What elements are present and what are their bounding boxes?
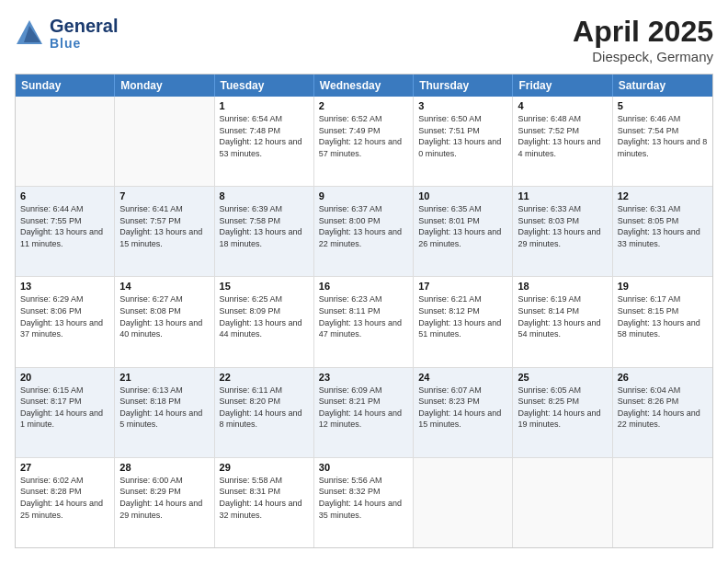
cell-detail: Sunrise: 6:09 AM Sunset: 8:21 PM Dayligh… <box>319 385 408 431</box>
day-number: 13 <box>20 281 109 292</box>
cal-cell: 29Sunrise: 5:58 AM Sunset: 8:31 PM Dayli… <box>215 458 314 547</box>
cell-detail: Sunrise: 6:33 AM Sunset: 8:03 PM Dayligh… <box>518 203 607 249</box>
cell-detail: Sunrise: 6:00 AM Sunset: 8:29 PM Dayligh… <box>119 475 209 521</box>
day-number: 9 <box>319 190 408 201</box>
logo-blue-text: Blue <box>50 36 118 51</box>
day-number: 22 <box>220 372 309 383</box>
day-number: 5 <box>618 100 708 111</box>
title-block: April 2025 Diespeck, Germany <box>573 15 713 64</box>
cell-detail: Sunrise: 6:46 AM Sunset: 7:54 PM Dayligh… <box>618 113 708 159</box>
cell-detail: Sunrise: 6:27 AM Sunset: 8:08 PM Dayligh… <box>119 293 209 339</box>
day-number: 30 <box>319 462 408 473</box>
location: Diespeck, Germany <box>573 49 713 64</box>
day-number: 19 <box>618 281 708 292</box>
day-number: 14 <box>119 281 209 292</box>
cal-cell: 14Sunrise: 6:27 AM Sunset: 8:08 PM Dayli… <box>115 277 214 366</box>
cell-detail: Sunrise: 6:13 AM Sunset: 8:18 PM Dayligh… <box>119 385 209 431</box>
month-title: April 2025 <box>573 15 713 49</box>
header: GeneralGeneral Blue April 2025 Diespeck,… <box>15 15 713 64</box>
day-number: 16 <box>319 281 408 292</box>
day-number: 21 <box>119 372 209 383</box>
header-saturday: Saturday <box>613 75 712 97</box>
cal-cell: 11Sunrise: 6:33 AM Sunset: 8:03 PM Dayli… <box>513 187 612 276</box>
day-number: 4 <box>518 100 607 111</box>
cell-detail: Sunrise: 6:31 AM Sunset: 8:05 PM Dayligh… <box>618 203 708 249</box>
header-friday: Friday <box>513 75 612 97</box>
cell-detail: Sunrise: 6:15 AM Sunset: 8:17 PM Dayligh… <box>20 385 109 431</box>
day-number: 17 <box>418 281 507 292</box>
logo-text: GeneralGeneral Blue <box>50 16 118 51</box>
calendar: Sunday Monday Tuesday Wednesday Thursday… <box>15 74 713 548</box>
cal-cell: 20Sunrise: 6:15 AM Sunset: 8:17 PM Dayli… <box>16 368 115 457</box>
cal-cell <box>16 97 115 186</box>
cell-detail: Sunrise: 6:37 AM Sunset: 8:00 PM Dayligh… <box>319 203 408 249</box>
cell-detail: Sunrise: 6:54 AM Sunset: 7:48 PM Dayligh… <box>220 113 309 159</box>
cal-cell: 30Sunrise: 5:56 AM Sunset: 8:32 PM Dayli… <box>314 458 414 547</box>
day-number: 7 <box>119 190 209 201</box>
cal-cell: 16Sunrise: 6:23 AM Sunset: 8:11 PM Dayli… <box>314 277 414 366</box>
day-number: 26 <box>618 372 708 383</box>
cal-cell: 4Sunrise: 6:48 AM Sunset: 7:52 PM Daylig… <box>513 97 612 186</box>
cal-cell: 26Sunrise: 6:04 AM Sunset: 8:26 PM Dayli… <box>613 368 712 457</box>
cal-cell: 8Sunrise: 6:39 AM Sunset: 7:58 PM Daylig… <box>215 187 314 276</box>
day-number: 12 <box>618 190 708 201</box>
cal-cell: 25Sunrise: 6:05 AM Sunset: 8:25 PM Dayli… <box>513 368 612 457</box>
cal-cell: 5Sunrise: 6:46 AM Sunset: 7:54 PM Daylig… <box>613 97 712 186</box>
cell-detail: Sunrise: 6:52 AM Sunset: 7:49 PM Dayligh… <box>319 113 408 159</box>
cell-detail: Sunrise: 6:50 AM Sunset: 7:51 PM Dayligh… <box>418 113 507 159</box>
cal-cell <box>414 458 513 547</box>
day-number: 8 <box>220 190 309 201</box>
week-row-3: 13Sunrise: 6:29 AM Sunset: 8:06 PM Dayli… <box>16 277 712 367</box>
cell-detail: Sunrise: 6:04 AM Sunset: 8:26 PM Dayligh… <box>618 385 708 431</box>
day-number: 25 <box>518 372 607 383</box>
cal-cell: 6Sunrise: 6:44 AM Sunset: 7:55 PM Daylig… <box>16 187 115 276</box>
cal-cell: 2Sunrise: 6:52 AM Sunset: 7:49 PM Daylig… <box>314 97 414 186</box>
header-tuesday: Tuesday <box>215 75 314 97</box>
day-number: 11 <box>518 190 607 201</box>
cell-detail: Sunrise: 6:44 AM Sunset: 7:55 PM Dayligh… <box>20 203 109 249</box>
header-monday: Monday <box>115 75 214 97</box>
logo-icon <box>15 18 44 48</box>
week-row-1: 1Sunrise: 6:54 AM Sunset: 7:48 PM Daylig… <box>16 97 712 187</box>
cell-detail: Sunrise: 5:56 AM Sunset: 8:32 PM Dayligh… <box>319 475 408 521</box>
cal-cell: 23Sunrise: 6:09 AM Sunset: 8:21 PM Dayli… <box>314 368 414 457</box>
cal-cell: 19Sunrise: 6:17 AM Sunset: 8:15 PM Dayli… <box>613 277 712 366</box>
cal-cell: 24Sunrise: 6:07 AM Sunset: 8:23 PM Dayli… <box>414 368 513 457</box>
cell-detail: Sunrise: 6:19 AM Sunset: 8:14 PM Dayligh… <box>518 293 607 339</box>
calendar-header: Sunday Monday Tuesday Wednesday Thursday… <box>16 75 712 97</box>
day-number: 1 <box>220 100 309 111</box>
day-number: 3 <box>418 100 507 111</box>
cal-cell: 27Sunrise: 6:02 AM Sunset: 8:28 PM Dayli… <box>16 458 115 547</box>
cell-detail: Sunrise: 6:41 AM Sunset: 7:57 PM Dayligh… <box>119 203 209 249</box>
day-number: 6 <box>20 190 109 201</box>
header-thursday: Thursday <box>414 75 513 97</box>
cell-detail: Sunrise: 6:07 AM Sunset: 8:23 PM Dayligh… <box>418 385 507 431</box>
cal-cell: 15Sunrise: 6:25 AM Sunset: 8:09 PM Dayli… <box>215 277 314 366</box>
day-number: 28 <box>119 462 209 473</box>
cell-detail: Sunrise: 6:17 AM Sunset: 8:15 PM Dayligh… <box>618 293 708 339</box>
header-sunday: Sunday <box>16 75 115 97</box>
cal-cell <box>513 458 612 547</box>
cal-cell: 13Sunrise: 6:29 AM Sunset: 8:06 PM Dayli… <box>16 277 115 366</box>
cell-detail: Sunrise: 6:25 AM Sunset: 8:09 PM Dayligh… <box>220 293 309 339</box>
cal-cell <box>613 458 712 547</box>
cell-detail: Sunrise: 6:21 AM Sunset: 8:12 PM Dayligh… <box>418 293 507 339</box>
logo: GeneralGeneral Blue <box>15 15 118 52</box>
cell-detail: Sunrise: 6:11 AM Sunset: 8:20 PM Dayligh… <box>220 385 309 431</box>
day-number: 23 <box>319 372 408 383</box>
day-number: 24 <box>418 372 507 383</box>
cal-cell: 21Sunrise: 6:13 AM Sunset: 8:18 PM Dayli… <box>115 368 214 457</box>
day-number: 27 <box>20 462 109 473</box>
header-wednesday: Wednesday <box>314 75 414 97</box>
cell-detail: Sunrise: 6:39 AM Sunset: 7:58 PM Dayligh… <box>220 203 309 249</box>
cal-cell: 1Sunrise: 6:54 AM Sunset: 7:48 PM Daylig… <box>215 97 314 186</box>
cell-detail: Sunrise: 6:05 AM Sunset: 8:25 PM Dayligh… <box>518 385 607 431</box>
cal-cell <box>115 97 214 186</box>
cal-cell: 17Sunrise: 6:21 AM Sunset: 8:12 PM Dayli… <box>414 277 513 366</box>
cell-detail: Sunrise: 6:23 AM Sunset: 8:11 PM Dayligh… <box>319 293 408 339</box>
day-number: 10 <box>418 190 507 201</box>
cal-cell: 9Sunrise: 6:37 AM Sunset: 8:00 PM Daylig… <box>314 187 414 276</box>
cal-cell: 18Sunrise: 6:19 AM Sunset: 8:14 PM Dayli… <box>513 277 612 366</box>
day-number: 18 <box>518 281 607 292</box>
day-number: 2 <box>319 100 408 111</box>
